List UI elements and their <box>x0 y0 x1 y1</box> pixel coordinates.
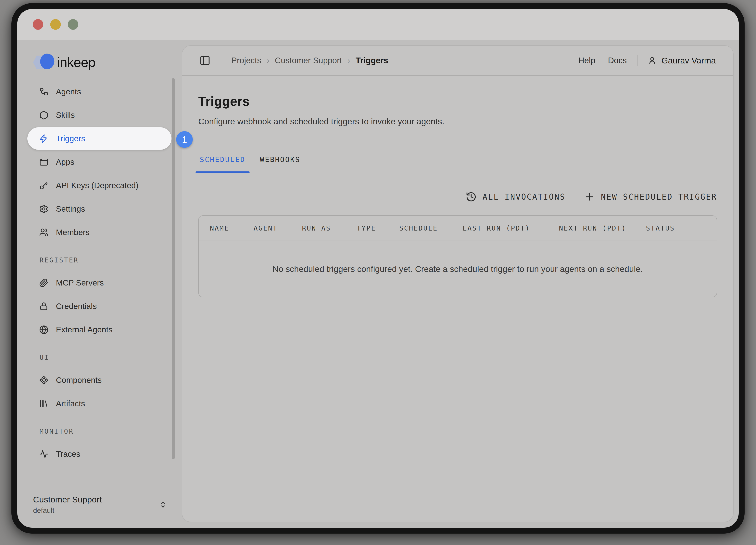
org-project: default <box>33 506 102 515</box>
sidebar-item-label: Settings <box>56 204 85 213</box>
sidebar-item-label: Artifacts <box>56 399 85 408</box>
breadcrumb-separator: › <box>347 56 350 65</box>
sidebar-item-label: API Keys (Deprecated) <box>56 181 138 190</box>
zoom-window-button[interactable] <box>68 19 78 30</box>
new-scheduled-trigger-button[interactable]: NEW SCHEDULED TRIGGER <box>584 191 717 202</box>
macos-titlebar <box>17 9 739 40</box>
sidebar-item-traces[interactable]: Traces <box>27 443 171 465</box>
sidebar-nav: Agents Skills Triggers Apps <box>17 80 181 465</box>
sidebar-item-api-keys[interactable]: API Keys (Deprecated) <box>27 174 171 197</box>
globe-icon <box>39 325 48 334</box>
tab-bar: SCHEDULED WEBHOOKS <box>195 155 717 172</box>
sidebar: inkeep Agents Skills Triggers <box>17 40 181 528</box>
sidebar-item-label: Components <box>56 376 102 385</box>
sidebar-item-label: Members <box>56 228 90 237</box>
sidebar-section-register: REGISTER <box>27 250 171 269</box>
workflow-icon <box>39 87 48 96</box>
page-description: Configure webhook and scheduled triggers… <box>198 117 717 126</box>
breadcrumb: Projects › Customer Support › Triggers <box>231 56 388 65</box>
sidebar-item-apps[interactable]: Apps <box>27 151 171 173</box>
header-divider <box>221 55 221 66</box>
key-icon <box>39 181 48 190</box>
table-header-row: NAME AGENT RUN AS TYPE SCHEDULE LAST RUN… <box>199 216 717 241</box>
breadcrumb-triggers: Triggers <box>356 56 388 65</box>
user-menu[interactable]: Gaurav Varma <box>648 56 716 65</box>
library-icon <box>39 399 48 408</box>
all-invocations-button[interactable]: ALL INVOCATIONS <box>466 191 565 202</box>
new-scheduled-trigger-label: NEW SCHEDULED TRIGGER <box>601 192 717 201</box>
column-header-status: STATUS <box>646 224 717 232</box>
sidebar-item-mcp-servers[interactable]: MCP Servers <box>27 271 171 294</box>
sidebar-item-skills[interactable]: Skills <box>27 104 171 126</box>
panel-content: Triggers Configure webhook and scheduled… <box>182 76 733 522</box>
main-panel: 1 Projects › Customer Support › Triggers <box>182 45 734 522</box>
sidebar-item-label: Agents <box>56 87 81 96</box>
sidebar-toggle-button[interactable] <box>199 55 210 66</box>
all-invocations-label: ALL INVOCATIONS <box>483 192 565 201</box>
table-empty-state: No scheduled triggers configured yet. Cr… <box>199 241 717 297</box>
column-header-run-as: RUN AS <box>302 224 357 232</box>
help-link[interactable]: Help <box>578 56 595 65</box>
sidebar-item-label: Credentials <box>56 302 97 311</box>
sidebar-item-label: External Agents <box>56 325 112 334</box>
breadcrumb-customer-support[interactable]: Customer Support <box>275 56 342 65</box>
page-title: Triggers <box>198 94 717 109</box>
users-icon <box>39 228 48 237</box>
app-window: inkeep Agents Skills Triggers <box>17 9 739 528</box>
column-header-name: NAME <box>210 224 254 232</box>
minimize-window-button[interactable] <box>50 19 61 30</box>
actions-row: ALL INVOCATIONS NEW SCHEDULED TRIGGER <box>198 191 717 202</box>
history-icon <box>466 191 477 202</box>
logo-wordmark: inkeep <box>57 55 95 70</box>
column-header-type: TYPE <box>357 224 399 232</box>
sidebar-section-ui: UI <box>27 348 171 367</box>
tab-scheduled[interactable]: SCHEDULED <box>195 155 250 172</box>
scheduled-triggers-table: NAME AGENT RUN AS TYPE SCHEDULE LAST RUN… <box>198 215 717 297</box>
panel-left-icon <box>199 55 210 66</box>
zap-icon <box>39 134 48 143</box>
sidebar-item-artifacts[interactable]: Artifacts <box>27 392 171 415</box>
column-header-agent: AGENT <box>254 224 302 232</box>
org-name: Customer Support <box>33 495 102 504</box>
inkeep-logo-icon <box>33 53 54 71</box>
annotation-badge-1: 1 <box>176 131 193 148</box>
breadcrumb-separator: › <box>267 56 269 65</box>
component-icon <box>39 376 48 385</box>
app-body: inkeep Agents Skills Triggers <box>17 40 739 528</box>
close-window-button[interactable] <box>33 19 43 30</box>
main-area: 1 Projects › Customer Support › Triggers <box>181 40 739 528</box>
sidebar-item-label: Triggers <box>56 134 85 143</box>
sidebar-item-members[interactable]: Members <box>27 221 171 243</box>
app-window-icon <box>39 157 48 167</box>
user-name: Gaurav Varma <box>661 56 716 65</box>
plus-icon <box>584 191 595 202</box>
docs-link[interactable]: Docs <box>608 56 627 65</box>
inkeep-logo: inkeep <box>33 53 181 72</box>
breadcrumb-projects[interactable]: Projects <box>231 56 261 65</box>
sidebar-item-agents[interactable]: Agents <box>27 80 171 103</box>
project-switcher-labels: Customer Support default <box>33 495 102 515</box>
sidebar-item-label: Skills <box>56 110 75 120</box>
sidebar-scrollbar[interactable] <box>172 78 175 459</box>
window-frame: inkeep Agents Skills Triggers <box>11 3 745 534</box>
column-header-schedule: SCHEDULE <box>399 224 463 232</box>
hexagon-icon <box>39 110 48 120</box>
user-icon <box>648 56 657 65</box>
sidebar-item-external-agents[interactable]: External Agents <box>27 319 171 341</box>
sidebar-item-triggers[interactable]: Triggers <box>27 127 171 150</box>
sidebar-item-settings[interactable]: Settings <box>27 198 171 220</box>
chevrons-up-down-icon <box>159 500 167 509</box>
lock-icon <box>39 302 48 311</box>
sidebar-item-components[interactable]: Components <box>27 369 171 391</box>
tab-webhooks[interactable]: WEBHOOKS <box>256 155 305 172</box>
sidebar-item-label: MCP Servers <box>56 278 104 288</box>
column-header-next-run: NEXT RUN (PDT) <box>559 224 646 232</box>
panel-header: Projects › Customer Support › Triggers H… <box>182 46 733 76</box>
header-divider <box>637 55 637 66</box>
activity-icon <box>39 449 48 459</box>
sidebar-section-monitor: MONITOR <box>27 422 171 441</box>
paperclip-icon <box>39 278 48 288</box>
sidebar-item-credentials[interactable]: Credentials <box>27 295 171 318</box>
project-switcher[interactable]: Customer Support default <box>33 495 167 515</box>
sidebar-item-label: Traces <box>56 449 80 459</box>
